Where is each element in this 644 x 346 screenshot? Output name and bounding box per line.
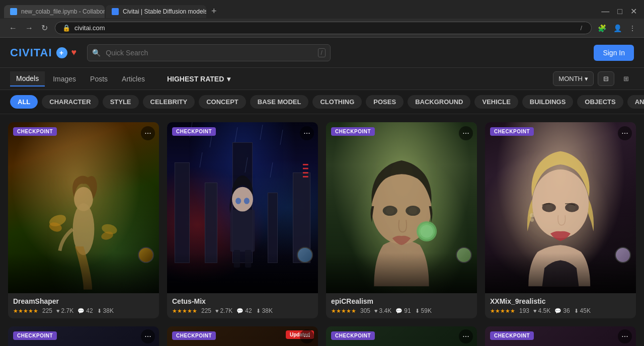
download-icon-3: ⬇ xyxy=(415,308,420,314)
category-base-model[interactable]: BASE MODEL xyxy=(250,95,309,109)
back-button[interactable]: ← xyxy=(6,23,20,34)
minimize-button[interactable]: — xyxy=(598,6,612,17)
bottom-card-1-menu[interactable]: ··· xyxy=(141,329,155,343)
logo-heart-icon[interactable]: ♥ xyxy=(71,47,77,58)
card-1-menu-button[interactable]: ··· xyxy=(141,126,155,140)
card-4-menu-button[interactable]: ··· xyxy=(618,126,632,140)
card-2-rating-count: 225 xyxy=(201,307,211,314)
card-2-name: Cetus-Mix xyxy=(172,297,313,305)
svg-line-17 xyxy=(200,152,202,167)
new-tab-button[interactable]: + xyxy=(207,4,221,19)
svg-point-24 xyxy=(409,207,417,215)
category-buildings[interactable]: BUILDINGS xyxy=(522,95,574,109)
bottom-badge-2: CHECKPOINT xyxy=(172,331,216,340)
card-2-avatar xyxy=(297,247,313,263)
nav-item-posts[interactable]: Posts xyxy=(84,72,114,86)
close-window-button[interactable]: ✕ xyxy=(627,6,640,17)
svg-point-1 xyxy=(74,187,93,211)
heart-icon-2: ♥ xyxy=(215,308,219,314)
heart-icon-3: ♥ xyxy=(374,308,378,314)
svg-point-23 xyxy=(386,207,394,215)
address-bar: ← → ↻ 🔒 civitai.com / 🧩 👤 ⋮ xyxy=(0,19,644,37)
card-1-comments: 💬 42 xyxy=(77,307,93,314)
svg-point-33 xyxy=(530,213,534,218)
bottom-card-2[interactable]: CHECKPOINT Updated ··· xyxy=(167,326,318,346)
category-background[interactable]: BACKGROUND xyxy=(408,95,470,109)
period-dropdown[interactable]: MONTH ▾ xyxy=(553,71,594,86)
card-3-name: epiCRealism xyxy=(331,297,472,305)
bottom-card-3[interactable]: CHECKPOINT ··· xyxy=(326,326,477,346)
search-slash-hint: / xyxy=(318,48,326,57)
card-3-info: epiCRealism ★★★★★ 305 ♥ 3.4K 💬 91 ⬇ 59K xyxy=(326,293,477,318)
heart-icon-4: ♥ xyxy=(533,308,537,314)
card-2-menu-button[interactable]: ··· xyxy=(300,126,314,140)
extensions-button[interactable]: 🧩 xyxy=(596,22,608,34)
sub-nav: Models Images Posts Articles HIGHEST RAT… xyxy=(0,68,644,90)
category-animal[interactable]: ANIMAL xyxy=(627,95,644,109)
bottom-card-1[interactable]: CHECKPOINT ··· xyxy=(8,326,159,346)
bottom-badge-3: CHECKPOINT xyxy=(331,331,375,340)
card-4-likes: ♥ 4.5K xyxy=(533,307,550,314)
maximize-button[interactable]: □ xyxy=(614,6,625,17)
nav-item-models[interactable]: Models xyxy=(10,71,45,86)
category-style[interactable]: STYLE xyxy=(103,95,139,109)
logo[interactable]: CIVITAI + ♥ xyxy=(10,46,77,59)
forward-button[interactable]: → xyxy=(22,23,36,34)
card-1-image: CHECKPOINT ··· xyxy=(8,122,159,293)
reload-button[interactable]: ↻ xyxy=(38,22,51,34)
category-vehicle[interactable]: VEHICLE xyxy=(474,95,518,109)
card-4-comments: 💬 36 xyxy=(554,307,570,314)
card-3-menu-button[interactable]: ··· xyxy=(459,126,473,140)
category-clothing[interactable]: CLOTHING xyxy=(312,95,362,109)
category-objects[interactable]: OBJECTS xyxy=(577,95,623,109)
search-input[interactable] xyxy=(87,44,331,61)
profile-button[interactable]: 👤 xyxy=(611,22,624,34)
grid-layout-button[interactable]: ⊞ xyxy=(618,72,634,85)
category-all[interactable]: ALL xyxy=(10,95,38,109)
app-header: CIVITAI + ♥ 🔍 / Sign In xyxy=(0,38,644,68)
svg-line-19 xyxy=(270,162,273,178)
lock-icon: 🔒 xyxy=(62,24,70,32)
category-concept[interactable]: CONCEPT xyxy=(199,95,246,109)
sort-label: HIGHEST RATED xyxy=(167,75,224,83)
period-chevron-icon: ▾ xyxy=(585,75,588,82)
download-icon: ⬇ xyxy=(97,308,102,314)
browser-actions: 🧩 👤 ⋮ xyxy=(596,22,638,34)
comment-icon: 💬 xyxy=(77,308,85,314)
bottom-card-4[interactable]: CHECKPOINT ··· xyxy=(485,326,636,346)
model-card-3[interactable]: CHECKPOINT ··· epiCRealism ★★★★★ 305 ♥ 3… xyxy=(326,122,477,318)
model-card-2[interactable]: ▐ ▌▐ ▌ CHECKPOINT ··· Cetus-Mix ★★★★★ 22… xyxy=(167,122,318,318)
card-3-comments: 💬 91 xyxy=(395,307,411,314)
sort-dropdown[interactable]: HIGHEST RATED ▾ xyxy=(161,72,236,86)
card-1-downloads: ⬇ 38K xyxy=(97,307,114,314)
url-field[interactable]: 🔒 civitai.com / xyxy=(55,22,592,34)
bottom-card-2-menu[interactable]: ··· xyxy=(300,329,314,343)
url-text: civitai.com xyxy=(74,24,105,32)
category-poses[interactable]: POSES xyxy=(366,95,404,109)
bottom-card-4-menu[interactable]: ··· xyxy=(618,329,632,343)
card-4-image: CHECKPOINT ··· xyxy=(485,122,636,293)
card-3-stats: ★★★★★ 305 ♥ 3.4K 💬 91 ⬇ 59K xyxy=(331,307,472,314)
tab-2-label: Civitai | Stable Diffusion models... xyxy=(123,8,206,15)
menu-button[interactable]: ⋮ xyxy=(627,22,638,34)
sign-in-button[interactable]: Sign In xyxy=(594,45,634,61)
nav-item-images[interactable]: Images xyxy=(47,72,82,86)
nav-item-articles[interactable]: Articles xyxy=(116,72,151,86)
card-4-badge: CHECKPOINT xyxy=(490,127,534,136)
model-card-1[interactable]: CHECKPOINT ··· DreamShaper ★★★★★ 225 ♥ 2… xyxy=(8,122,159,318)
download-icon-4: ⬇ xyxy=(574,308,579,314)
category-character[interactable]: CHARACTER xyxy=(42,95,98,109)
card-3-rating-count: 305 xyxy=(360,307,370,314)
tab-1[interactable]: new_colab_file.ipynb - Collabora... ✕ xyxy=(4,5,105,18)
tab-2[interactable]: Civitai | Stable Diffusion models... ✕ xyxy=(106,5,206,18)
filter-button[interactable]: ⊟ xyxy=(598,71,614,86)
search-icon: 🔍 xyxy=(92,49,101,57)
model-card-4[interactable]: CHECKPOINT ··· XXMix_9realistic ★★★★★ 19… xyxy=(485,122,636,318)
comment-icon-4: 💬 xyxy=(554,308,561,314)
card-3-likes: ♥ 3.4K xyxy=(374,307,391,314)
category-celebrity[interactable]: CELEBRITY xyxy=(143,95,195,109)
logo-plus-button[interactable]: + xyxy=(56,47,67,58)
card-1-avatar xyxy=(138,247,154,263)
nav-buttons: ← → ↻ xyxy=(6,22,51,34)
bottom-card-3-menu[interactable]: ··· xyxy=(459,329,473,343)
